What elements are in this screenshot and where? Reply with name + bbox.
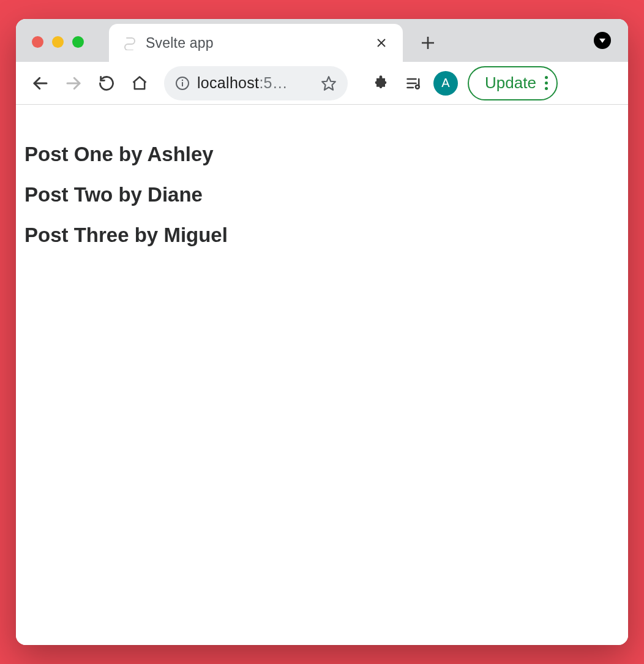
post-heading: Post Two by Diane [24, 183, 620, 206]
tab-title: Svelte app [146, 35, 362, 51]
address-bar[interactable]: localhost:5… [164, 66, 348, 100]
window-controls [32, 36, 84, 48]
home-button[interactable] [126, 70, 153, 97]
browser-window: Svelte app localhost:5… [16, 19, 628, 645]
reload-button[interactable] [93, 70, 120, 97]
url-host: localhost [197, 74, 259, 91]
close-window-button[interactable] [32, 36, 43, 48]
update-label: Update [485, 74, 536, 92]
browser-tab[interactable]: Svelte app [109, 24, 403, 62]
new-tab-button[interactable] [420, 24, 436, 62]
site-info-icon[interactable] [175, 76, 190, 91]
zoom-window-button[interactable] [72, 36, 84, 48]
plus-icon [420, 35, 436, 51]
close-tab-button[interactable] [371, 35, 392, 51]
more-menu-icon[interactable] [545, 76, 548, 90]
avatar-initial: A [441, 76, 449, 90]
close-icon [376, 37, 387, 48]
url-text: localhost:5… [197, 74, 313, 92]
svg-point-9 [182, 79, 183, 80]
profile-avatar[interactable]: A [433, 71, 458, 96]
media-panel-button[interactable] [400, 70, 427, 97]
tab-search-button[interactable] [594, 32, 611, 49]
extensions-button[interactable] [367, 70, 394, 97]
forward-button[interactable] [60, 70, 87, 97]
browser-toolbar: localhost:5… A Update [16, 62, 628, 105]
page-content: Post One by Ashley Post Two by Diane Pos… [16, 105, 628, 645]
post-heading: Post Three by Miguel [24, 224, 620, 247]
post-heading: Post One by Ashley [24, 143, 620, 166]
url-rest: :5… [259, 74, 288, 91]
back-button[interactable] [27, 70, 54, 97]
update-button[interactable]: Update [468, 66, 558, 100]
music-list-icon [405, 75, 422, 92]
caret-down-icon [598, 36, 607, 45]
minimize-window-button[interactable] [52, 36, 64, 48]
arrow-right-icon [64, 74, 83, 92]
reload-icon [98, 75, 115, 92]
home-icon [131, 75, 148, 92]
svelte-favicon-icon [122, 36, 137, 50]
bookmark-star-icon[interactable] [321, 75, 337, 91]
svg-marker-4 [599, 39, 605, 43]
tab-strip: Svelte app [16, 19, 628, 62]
svg-point-14 [416, 85, 419, 88]
arrow-left-icon [31, 74, 50, 92]
svg-marker-10 [322, 77, 335, 90]
puzzle-icon [372, 75, 389, 92]
